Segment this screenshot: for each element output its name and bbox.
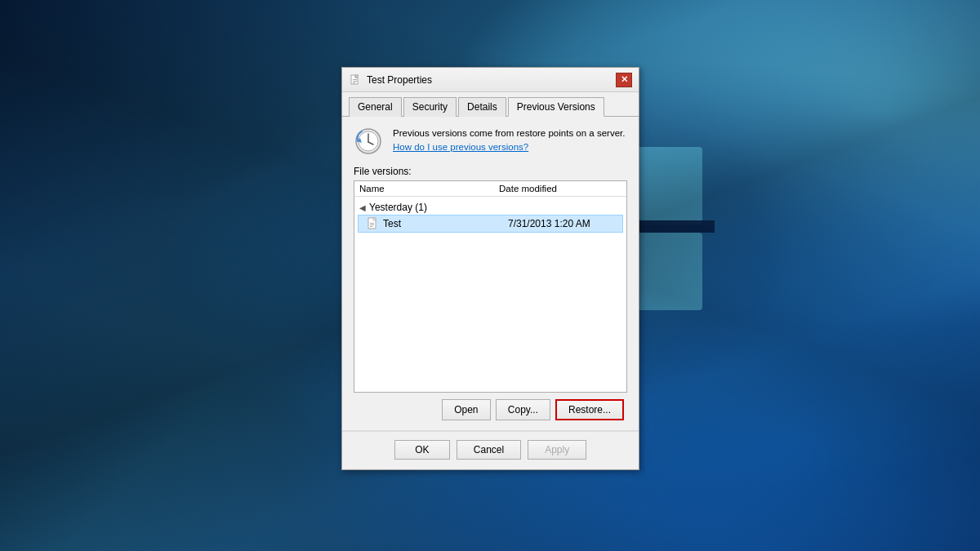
tabs-container: General Security Details Previous Versio… [342, 92, 639, 117]
info-section: Previous versions come from restore poin… [354, 127, 627, 156]
svg-rect-21 [370, 223, 374, 224]
group-label: Yesterday (1) [369, 202, 427, 213]
column-date-modified: Date modified [499, 184, 621, 193]
title-bar: Test Properties ✕ [342, 68, 639, 92]
file-row[interactable]: Test 7/31/2013 1:20 AM [358, 215, 623, 233]
properties-dialog: Test Properties ✕ General Security Detai… [341, 67, 639, 470]
tab-details[interactable]: Details [458, 97, 506, 117]
title-bar-left: Test Properties [349, 73, 432, 87]
tab-previous-versions[interactable]: Previous Versions [508, 97, 604, 117]
bottom-buttons: OK Cancel Apply [342, 431, 639, 469]
file-list-header: Name Date modified [354, 181, 626, 197]
column-name: Name [359, 184, 499, 193]
desktop: Test Properties ✕ General Security Detai… [0, 0, 980, 551]
info-description: Previous versions come from restore poin… [393, 127, 625, 155]
svg-rect-11 [353, 79, 357, 80]
dialog-icon [349, 73, 362, 87]
svg-rect-20 [373, 218, 376, 220]
ok-button[interactable]: OK [394, 440, 450, 460]
tab-security[interactable]: Security [403, 97, 457, 117]
open-button[interactable]: Open [442, 399, 491, 420]
copy-button[interactable]: Copy... [496, 399, 550, 420]
apply-button[interactable]: Apply [528, 440, 586, 460]
file-list-container: Name Date modified ◀ Yesterday (1) [354, 180, 627, 393]
svg-rect-23 [370, 226, 372, 227]
cancel-button[interactable]: Cancel [457, 440, 521, 460]
help-link[interactable]: How do I use previous versions? [393, 142, 528, 152]
file-date-modified: 7/31/2013 1:20 AM [508, 218, 614, 229]
file-icon [367, 217, 380, 230]
close-button[interactable]: ✕ [616, 73, 632, 87]
restore-point-icon [354, 127, 383, 156]
file-versions-label: File versions: [354, 166, 627, 177]
svg-rect-13 [353, 82, 355, 83]
action-buttons: Open Copy... Restore... [354, 399, 627, 420]
tab-content: Previous versions come from restore poin… [342, 117, 639, 430]
svg-rect-22 [370, 224, 374, 225]
tab-general[interactable]: General [349, 97, 402, 117]
dialog-title: Test Properties [367, 74, 432, 86]
restore-button[interactable]: Restore... [555, 399, 624, 420]
file-list-body: ◀ Yesterday (1) [354, 197, 626, 236]
file-name: Test [383, 218, 508, 229]
dialog-overlay: Test Properties ✕ General Security Detai… [0, 0, 980, 551]
group-yesterday: ◀ Yesterday (1) [354, 200, 626, 215]
svg-rect-12 [353, 81, 357, 82]
group-arrow-icon: ◀ [359, 203, 366, 212]
